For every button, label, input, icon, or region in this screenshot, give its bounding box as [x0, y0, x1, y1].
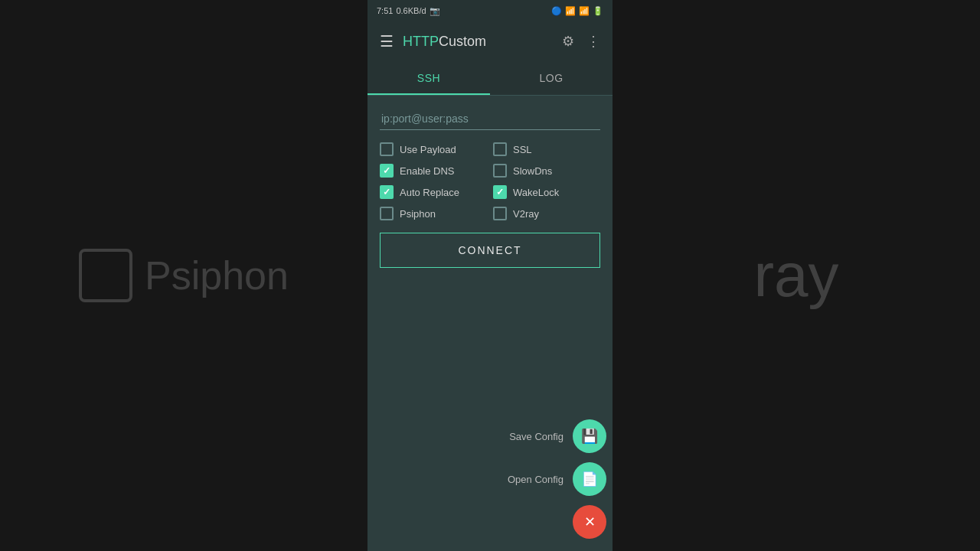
checkbox-enable-dns[interactable]: Enable DNS — [380, 164, 487, 178]
app-title: HTTP Custom — [403, 34, 553, 50]
header-icons: ⚙ ⋮ — [562, 33, 600, 50]
checkbox-auto-replace[interactable]: Auto Replace — [380, 185, 487, 199]
close-icon: ✕ — [584, 514, 596, 530]
save-config-row: Save Config 💾 — [509, 419, 606, 453]
checkbox-auto-replace-box[interactable] — [380, 185, 394, 199]
checkbox-slow-dns-box[interactable] — [493, 164, 507, 178]
background-left: Psiphon — [0, 0, 368, 551]
checkbox-wakelock-box[interactable] — [493, 185, 507, 199]
status-left: 7:51 0.6KB/d 📷 — [377, 6, 440, 16]
checkbox-psiphon-box[interactable] — [380, 207, 394, 220]
camera-icon: 📷 — [430, 6, 440, 16]
checkbox-use-payload-label: Use Payload — [400, 144, 456, 155]
close-fab-button[interactable]: ✕ — [573, 505, 606, 539]
spacer — [380, 274, 600, 401]
checkbox-ssl-box[interactable] — [493, 142, 507, 156]
fab-area: Save Config 💾 Open Config 📄 ✕ — [368, 413, 612, 551]
bluetooth-icon: 🔵 — [551, 6, 562, 16]
checkbox-use-payload-box[interactable] — [380, 142, 394, 156]
save-config-label: Save Config — [509, 431, 564, 442]
content-area: Use Payload SSL Enable DNS SlowDns Auto … — [368, 96, 612, 413]
psiphon-text-bg: Psiphon — [145, 253, 289, 298]
background-right: ray — [612, 0, 980, 551]
save-config-button[interactable]: 💾 — [573, 419, 606, 453]
tab-bar: SSH LOG — [368, 61, 612, 96]
checkbox-psiphon[interactable]: Psiphon — [380, 207, 487, 220]
signal-icon: 📶 — [579, 6, 590, 16]
checkboxes-grid: Use Payload SSL Enable DNS SlowDns Auto … — [380, 142, 600, 220]
checkbox-use-payload[interactable]: Use Payload — [380, 142, 487, 156]
hamburger-menu-icon[interactable]: ☰ — [380, 32, 394, 51]
wifi-icon: 📶 — [565, 6, 576, 16]
ray-text-bg: ray — [753, 240, 838, 311]
close-fab-row: ✕ — [573, 505, 606, 539]
settings-icon[interactable]: ⚙ — [562, 33, 574, 50]
open-config-icon: 📄 — [581, 471, 598, 487]
app-title-http: HTTP — [403, 34, 439, 50]
data-display: 0.6KB/d — [396, 6, 426, 15]
checkbox-wakelock-label: WakeLock — [513, 187, 559, 198]
time-display: 7:51 — [377, 6, 393, 15]
tab-ssh[interactable]: SSH — [368, 61, 490, 95]
checkbox-ssl[interactable]: SSL — [493, 142, 600, 156]
checkbox-ssl-label: SSL — [513, 144, 532, 155]
checkbox-auto-replace-label: Auto Replace — [400, 187, 459, 198]
app-title-rest: Custom — [439, 34, 486, 50]
checkbox-v2ray-label: V2ray — [513, 208, 539, 220]
open-config-button[interactable]: 📄 — [573, 462, 606, 496]
checkbox-slow-dns[interactable]: SlowDns — [493, 164, 600, 178]
checkbox-v2ray-box[interactable] — [493, 207, 507, 220]
battery-icon: 🔋 — [593, 6, 603, 16]
connect-button[interactable]: CONNECT — [380, 233, 600, 268]
checkbox-slow-dns-label: SlowDns — [513, 165, 552, 177]
open-config-row: Open Config 📄 — [508, 462, 606, 496]
status-right: 🔵 📶 📶 🔋 — [551, 6, 603, 16]
checkbox-psiphon-label: Psiphon — [400, 208, 436, 220]
app-header: ☰ HTTP Custom ⚙ ⋮ — [368, 21, 612, 61]
save-icon: 💾 — [581, 428, 598, 445]
more-options-icon[interactable]: ⋮ — [586, 33, 600, 50]
status-bar: 7:51 0.6KB/d 📷 🔵 📶 📶 🔋 — [368, 0, 612, 21]
checkbox-wakelock[interactable]: WakeLock — [493, 185, 600, 199]
psiphon-icon-bg — [79, 249, 132, 302]
tab-log[interactable]: LOG — [490, 61, 612, 95]
checkbox-enable-dns-box[interactable] — [380, 164, 394, 178]
phone-container: 7:51 0.6KB/d 📷 🔵 📶 📶 🔋 ☰ HTTP Custom ⚙ ⋮… — [368, 0, 612, 551]
checkbox-v2ray[interactable]: V2ray — [493, 207, 600, 220]
ssh-input[interactable] — [380, 108, 600, 130]
open-config-label: Open Config — [508, 474, 564, 485]
checkbox-enable-dns-label: Enable DNS — [400, 165, 455, 177]
